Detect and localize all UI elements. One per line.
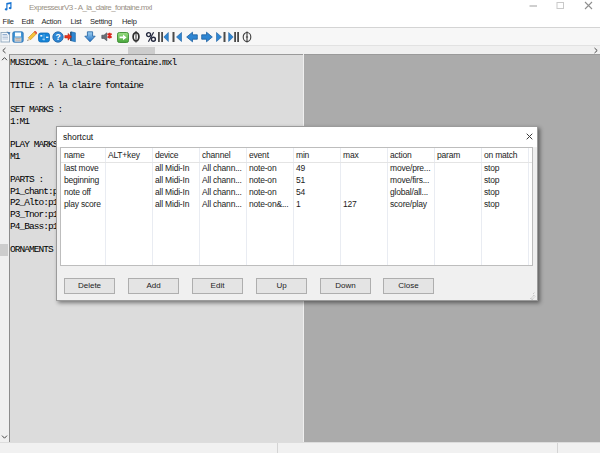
svg-text:?: ? [55,32,60,42]
